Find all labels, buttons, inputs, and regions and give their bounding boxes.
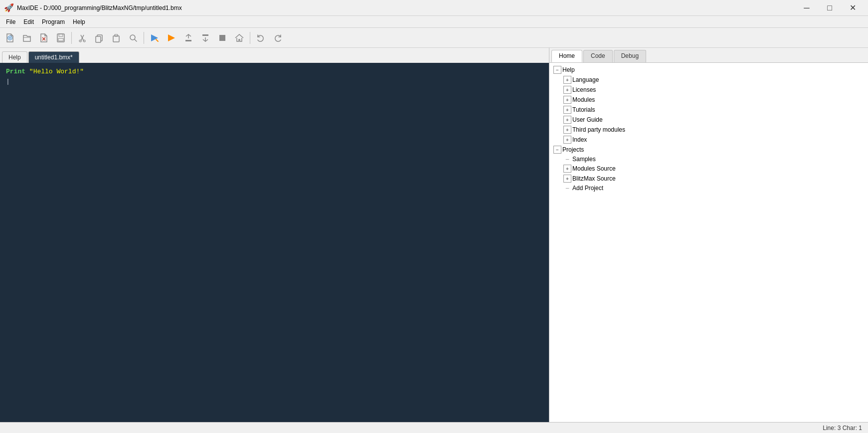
svg-rect-13 [219, 35, 225, 41]
tab-code[interactable]: Code [583, 50, 613, 62]
code-line-1: Print "Hello World!" [6, 67, 543, 77]
svg-rect-9 [115, 34, 118, 36]
dash-add-project: – [563, 185, 571, 192]
tree-label-modules: Modules [572, 96, 595, 103]
toolbar [0, 28, 868, 48]
app-icon: 🚀 [4, 3, 14, 12]
right-tabs: Home Code Debug [549, 48, 868, 63]
tree-node-licenses[interactable]: + Licenses [549, 85, 868, 95]
string-value: "Hello World!" [29, 68, 84, 75]
title-bar-left: 🚀 MaxIDE - D:/000_programming/BlitzMaxNG… [4, 3, 182, 12]
toggle-licenses[interactable]: + [563, 86, 571, 94]
tree-node-add-project[interactable]: – Add Project [549, 184, 868, 193]
toggle-index[interactable]: + [563, 136, 571, 144]
open-button[interactable] [19, 30, 35, 46]
tab-home[interactable]: Home [551, 50, 582, 62]
tab-debug[interactable]: Debug [614, 50, 646, 62]
menu-help[interactable]: Help [69, 17, 89, 26]
step-button[interactable] [180, 30, 196, 46]
stop-button[interactable] [214, 30, 230, 46]
tab-editor[interactable]: untitled1.bmx* [28, 51, 79, 63]
toggle-tutorials[interactable]: + [563, 106, 571, 114]
tree-label-add-project: Add Project [572, 185, 603, 192]
dash-samples: – [563, 156, 571, 163]
home-button[interactable] [231, 30, 247, 46]
tree-label-help: Help [562, 66, 575, 73]
tree-label-licenses: Licenses [572, 86, 596, 93]
status-bar: Line: 3 Char: 1 [0, 422, 868, 433]
find-button[interactable] [125, 30, 141, 46]
separator-3 [250, 32, 250, 44]
tree-node-language[interactable]: + Language [549, 75, 868, 85]
maximize-button[interactable]: □ [818, 0, 841, 16]
copy-button[interactable] [91, 30, 107, 46]
tree-node-blitzmax-source[interactable]: + BlitzMax Source [549, 174, 868, 184]
menu-edit[interactable]: Edit [19, 17, 38, 26]
svg-rect-11 [185, 40, 191, 41]
svg-rect-12 [202, 34, 208, 36]
toggle-user-guide[interactable]: + [563, 116, 571, 124]
editor-area: Help untitled1.bmx* Print "Hello World!" [0, 48, 549, 422]
toggle-modules[interactable]: + [563, 96, 571, 104]
code-line-2 [6, 77, 543, 87]
tree-label-samples: Samples [572, 156, 596, 163]
toggle-modules-source[interactable]: + [563, 165, 571, 173]
menu-program[interactable]: Program [38, 17, 69, 26]
separator-2 [144, 32, 144, 44]
main-area: Help untitled1.bmx* Print "Hello World!"… [0, 48, 868, 422]
title-bar-controls: ─ □ ✕ [795, 0, 864, 16]
svg-rect-3 [58, 38, 63, 41]
tree-node-user-guide[interactable]: + User Guide [549, 115, 868, 125]
tree-label-third-party: Third party modules [572, 126, 625, 133]
tree-node-tutorials[interactable]: + Tutorials [549, 105, 868, 115]
paste-button[interactable] [108, 30, 124, 46]
step-over-button[interactable] [197, 30, 213, 46]
tree-view: − Help + Language + Licenses + Modules [549, 63, 868, 422]
undo-button[interactable] [253, 30, 269, 46]
tree-node-help[interactable]: − Help [549, 65, 868, 75]
tree-node-third-party[interactable]: + Third party modules [549, 125, 868, 135]
tree-node-modules[interactable]: + Modules [549, 95, 868, 105]
close-button[interactable]: ✕ [841, 0, 864, 16]
new-button[interactable] [2, 30, 18, 46]
menu-file[interactable]: File [2, 17, 19, 26]
svg-rect-8 [113, 36, 119, 42]
toggle-help[interactable]: − [553, 66, 561, 74]
minimize-button[interactable]: ─ [795, 0, 818, 16]
toggle-third-party[interactable]: + [563, 126, 571, 134]
tree-label-projects: Projects [562, 146, 584, 153]
right-panel: Home Code Debug − Help + Language + Lice [549, 48, 868, 422]
toggle-blitzmax-source[interactable]: + [563, 175, 571, 183]
toggle-language[interactable]: + [563, 76, 571, 84]
tree-label-blitzmax-source: BlitzMax Source [572, 175, 616, 182]
build-run-button[interactable] [147, 30, 163, 46]
separator-1 [71, 32, 72, 44]
code-editor[interactable]: Print "Hello World!" [0, 63, 549, 422]
cut-button[interactable] [74, 30, 90, 46]
menu-bar: FileEditProgramHelp [0, 16, 868, 28]
tree-label-language: Language [572, 76, 599, 83]
title-bar: 🚀 MaxIDE - D:/000_programming/BlitzMaxNG… [0, 0, 868, 16]
tree-node-samples[interactable]: – Samples [549, 155, 868, 164]
build-button[interactable] [164, 30, 179, 46]
close-tab-button[interactable] [36, 30, 52, 46]
tab-help[interactable]: Help [2, 51, 27, 63]
tree-label-index: Index [572, 136, 587, 143]
svg-rect-7 [96, 36, 101, 42]
tree-label-user-guide: User Guide [572, 116, 603, 123]
toggle-projects[interactable]: − [553, 146, 561, 154]
keyword-print: Print [6, 68, 25, 75]
tree-node-index[interactable]: + Index [549, 135, 868, 145]
tree-label-tutorials: Tutorials [572, 106, 595, 113]
tree-label-modules-source: Modules Source [572, 165, 616, 172]
tab-bar: Help untitled1.bmx* [0, 48, 549, 63]
tree-node-modules-source[interactable]: + Modules Source [549, 164, 868, 174]
redo-button[interactable] [270, 30, 286, 46]
save-button[interactable] [53, 30, 69, 46]
tree-node-projects[interactable]: − Projects [549, 145, 868, 155]
status-text: Line: 3 Char: 1 [823, 425, 862, 432]
title-bar-title: MaxIDE - D:/000_programming/BlitzMaxNG/t… [17, 4, 182, 11]
